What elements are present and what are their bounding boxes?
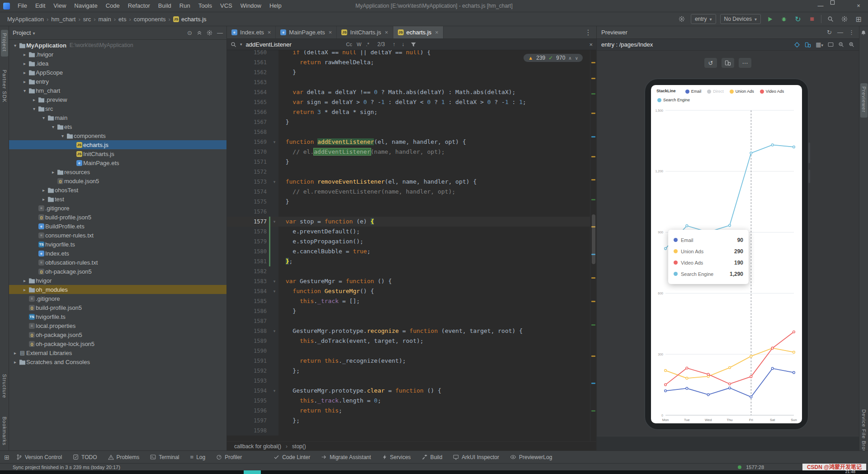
tree-item-oh-package-json5[interactable]: {}oh-package.json5 bbox=[9, 330, 226, 339]
find-filter-icon[interactable] bbox=[409, 42, 418, 47]
chevron-right-icon[interactable]: ▸ bbox=[40, 188, 47, 193]
code-line[interactable]: 1580 e.cancelBubble = true; bbox=[227, 246, 596, 256]
code-line[interactable]: 1592 }; bbox=[227, 366, 596, 376]
code-line[interactable]: 1568 bbox=[227, 127, 596, 137]
tree-item-build-profile-json5[interactable]: {}build-profile.json5 bbox=[9, 213, 226, 222]
maximize-button[interactable] bbox=[830, 0, 849, 12]
grid-view-icon[interactable]: ▦▾ bbox=[816, 41, 823, 48]
tree-item-appscope[interactable]: ▸AppScope bbox=[9, 68, 226, 77]
tree-item-external-libraries[interactable]: ▸▤External Libraries bbox=[9, 348, 226, 357]
previewer-refresh-icon[interactable]: ↻ bbox=[827, 29, 832, 36]
menu-run[interactable]: Run bbox=[175, 0, 194, 12]
fold-icon[interactable]: ▾ bbox=[270, 217, 278, 227]
code-line[interactable]: 1567 } bbox=[227, 117, 596, 127]
preview-screen[interactable]: 03006009001,2001,500MonTueWedThuFriSatSu… bbox=[651, 85, 802, 423]
code-area[interactable]: 1560 if (deltaX == null || deltaY == nul… bbox=[227, 50, 596, 441]
tree-item-myapplication[interactable]: ▾MyApplicationE:\work\test\MyApplication bbox=[9, 41, 226, 50]
toolwindow-switcher-icon[interactable]: ⊞ bbox=[2, 454, 12, 461]
code-line[interactable]: 1595 this._track.length = 0; bbox=[227, 396, 596, 406]
breadcrumb-main[interactable]: main bbox=[98, 16, 112, 23]
menu-navigate[interactable]: Navigate bbox=[70, 0, 101, 12]
tree-item-components[interactable]: ▾components bbox=[9, 131, 226, 140]
toolwindow-todo[interactable]: TODO bbox=[73, 454, 97, 460]
toolwindow-version-control[interactable]: Version Control bbox=[16, 454, 62, 460]
code-line[interactable]: 1562 } bbox=[227, 67, 596, 77]
tree-item-resources[interactable]: ▸resources bbox=[9, 167, 226, 176]
tree-item-oh-modules[interactable]: ▸oh_modules bbox=[9, 285, 226, 294]
tree-item-hvigor[interactable]: ▸.hvigor bbox=[9, 50, 226, 59]
chevron-right-icon[interactable]: ▸ bbox=[21, 278, 28, 283]
settings-gear-icon[interactable] bbox=[840, 14, 849, 24]
menu-build[interactable]: Build bbox=[154, 0, 175, 12]
tree-item-hvigor[interactable]: ▸hvigor bbox=[9, 276, 226, 285]
stripe-project[interactable]: Project bbox=[1, 30, 8, 57]
breadcrumb-echarts-js[interactable]: JSecharts.js bbox=[172, 16, 208, 23]
code-line[interactable]: 1571 } bbox=[227, 157, 596, 167]
menu-file[interactable]: File bbox=[14, 0, 31, 12]
toolwindow-build[interactable]: Build bbox=[422, 454, 443, 460]
project-panel-title[interactable]: Project▾ bbox=[13, 29, 35, 36]
prev-problem-icon[interactable]: ∧ bbox=[568, 56, 571, 61]
code-line[interactable]: 1588▾ GestureMgr.prototype.recognize = f… bbox=[227, 326, 596, 336]
tab-close-icon[interactable]: × bbox=[435, 29, 439, 36]
device-select[interactable]: No Devices▾ bbox=[720, 14, 761, 24]
editor-breadcrumb-stop[interactable]: stop() bbox=[292, 443, 306, 450]
tree-item-entry[interactable]: ▸entry bbox=[9, 77, 226, 86]
panel-settings-gear-icon[interactable] bbox=[207, 30, 212, 36]
previewer-hide-icon[interactable]: — bbox=[837, 29, 843, 36]
tab-close-icon[interactable]: × bbox=[329, 29, 332, 36]
code-line[interactable]: 1596 return this; bbox=[227, 406, 596, 416]
code-line[interactable]: 1583▾ var GestureMgr = function () { bbox=[227, 276, 596, 286]
fold-icon[interactable]: ▾ bbox=[270, 137, 278, 147]
hide-panel-icon[interactable]: — bbox=[217, 29, 223, 36]
stripe-structure[interactable]: Structure bbox=[1, 371, 8, 403]
breadcrumb-components[interactable]: components bbox=[133, 16, 167, 23]
code-line[interactable]: 1581 }; bbox=[227, 256, 596, 266]
tree-item-src[interactable]: ▾src bbox=[9, 104, 226, 113]
tree-item-idea[interactable]: ▸.idea bbox=[9, 59, 226, 68]
zoom-in-icon[interactable] bbox=[849, 42, 854, 47]
legend-video-ads[interactable]: Video Ads bbox=[760, 89, 784, 94]
code-line[interactable]: 1593 bbox=[227, 376, 596, 386]
code-line[interactable]: 1587 bbox=[227, 316, 596, 326]
menu-window[interactable]: Window bbox=[236, 0, 265, 12]
chevron-down-icon[interactable]: ▾ bbox=[21, 88, 28, 93]
code-line[interactable]: 1589 this._doTrack(event, target, root); bbox=[227, 336, 596, 346]
tree-item-index-ets[interactable]: eIndex.ets bbox=[9, 249, 226, 258]
code-line[interactable]: 1574 // el.removeEventListener(name, han… bbox=[227, 187, 596, 197]
code-line[interactable]: 1594▾ GestureMgr.prototype.clear = funct… bbox=[227, 386, 596, 396]
code-line[interactable]: 1590 bbox=[227, 346, 596, 356]
code-line[interactable]: 1577▾ var stop = function (e) { bbox=[227, 217, 596, 227]
menu-help[interactable]: Help bbox=[265, 0, 286, 12]
fold-icon[interactable]: ▾ bbox=[270, 386, 278, 396]
chevron-right-icon[interactable]: ▸ bbox=[12, 360, 19, 365]
stop-button[interactable]: ■ bbox=[807, 14, 817, 24]
run-button[interactable] bbox=[765, 14, 775, 24]
search-history-chevron-icon[interactable]: ▾ bbox=[240, 42, 242, 47]
code-line[interactable]: 1598 bbox=[227, 426, 596, 436]
find-close-icon[interactable]: × bbox=[589, 41, 593, 48]
chevron-right-icon[interactable]: ▸ bbox=[50, 170, 57, 175]
orientation-icon[interactable] bbox=[722, 58, 734, 68]
fold-icon[interactable]: ▾ bbox=[270, 286, 278, 296]
tree-item-hvigorfile-ts[interactable]: TShvigorfile.ts bbox=[9, 312, 226, 321]
menu-edit[interactable]: Edit bbox=[31, 0, 49, 12]
stripe-previewer[interactable]: Previewer bbox=[860, 83, 868, 118]
legend-email[interactable]: Email bbox=[685, 89, 702, 94]
menu-tools[interactable]: Tools bbox=[194, 0, 216, 12]
code-line[interactable]: 1573▾ function removeEventListener(el, n… bbox=[227, 177, 596, 187]
rotate-device-icon[interactable]: ↺ bbox=[704, 58, 717, 68]
code-line[interactable]: 1563 bbox=[227, 77, 596, 87]
chevron-right-icon[interactable]: ▸ bbox=[21, 61, 28, 66]
code-line[interactable]: 1586 } bbox=[227, 306, 596, 316]
breadcrumb-hm-chart[interactable]: hm_chart bbox=[50, 16, 76, 23]
tree-item-mainpage-ets[interactable]: eMainPage.ets bbox=[9, 158, 226, 167]
fold-icon[interactable]: ▾ bbox=[270, 276, 278, 286]
minimize-button[interactable]: — bbox=[811, 0, 830, 12]
code-line[interactable]: 1585 this._track = []; bbox=[227, 296, 596, 306]
code-line[interactable]: 1570 // el.addEventListener(name, handle… bbox=[227, 147, 596, 157]
tree-item-module-json5[interactable]: {}module.json5 bbox=[9, 176, 226, 185]
next-problem-icon[interactable]: ∨ bbox=[575, 56, 578, 61]
legend-search-engine[interactable]: Search Engine bbox=[657, 98, 690, 102]
tree-item-build-profile-json5[interactable]: {}build-profile.json5 bbox=[9, 303, 226, 312]
